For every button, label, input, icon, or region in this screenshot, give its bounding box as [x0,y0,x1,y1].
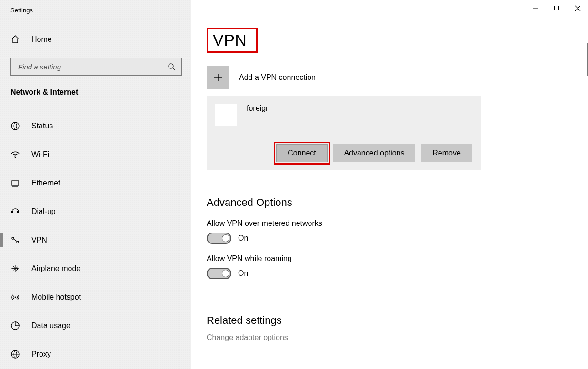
close-button[interactable] [567,0,588,16]
vpn-connection-name: foreign [247,104,270,113]
proxy-icon [10,350,20,359]
nav-item-dialup[interactable]: Dial-up [0,197,191,226]
connect-button[interactable]: Connect [276,144,328,162]
nav-item-proxy[interactable]: Proxy [0,340,191,369]
nav-item-label: Dial-up [31,207,56,216]
maximize-button[interactable] [546,0,567,16]
nav-item-wifi[interactable]: Wi-Fi [0,140,191,169]
search-input[interactable] [17,62,164,71]
sidebar-category: Network & Internet [0,88,191,97]
nav-item-label: Mobile hotspot [31,293,81,301]
nav-item-label: VPN [31,236,47,244]
hotspot-icon [10,292,20,302]
svg-rect-15 [555,6,559,10]
nav-home[interactable]: Home [0,30,191,49]
toggle-roaming-state: On [238,269,248,278]
data-usage-icon [10,321,20,330]
opt-metered-label: Allow VPN over metered networks [207,219,573,228]
svg-point-3 [15,157,16,158]
wifi-icon [10,150,20,159]
toggle-roaming[interactable] [207,268,231,279]
svg-line-1 [173,68,175,70]
minimize-button[interactable] [525,0,546,16]
nav-item-label: Ethernet [31,179,60,187]
sidebar: Settings Home Network & Internet Status … [0,0,191,369]
link-change-adapter[interactable]: Change adapter options [207,333,573,342]
advanced-options-button[interactable]: Advanced options [333,144,415,162]
dialup-icon [10,207,20,216]
nav-item-label: Data usage [31,321,70,330]
vpn-connection-icon [215,104,237,126]
window-title: Settings [0,7,191,14]
nav-item-label: Proxy [31,350,51,359]
nav-item-datausage[interactable]: Data usage [0,311,191,340]
svg-rect-4 [12,181,19,185]
related-settings-heading: Related settings [207,314,573,327]
svg-point-8 [12,237,14,239]
search-input-box[interactable] [10,58,182,76]
nav-item-label: Wi-Fi [31,150,49,159]
nav-item-status[interactable]: Status [0,112,191,140]
vpn-icon [10,235,20,245]
home-icon [10,35,20,44]
svg-rect-7 [17,211,19,213]
plus-icon [213,73,223,82]
opt-roaming-label: Allow VPN while roaming [207,254,573,263]
add-vpn-button[interactable] [207,66,229,89]
svg-point-0 [169,64,173,68]
remove-button[interactable]: Remove [421,144,472,162]
add-vpn-row[interactable]: Add a VPN connection [207,66,573,89]
svg-point-11 [15,297,16,298]
toggle-metered-state: On [238,234,248,243]
page-title: VPN [207,28,258,53]
add-vpn-label: Add a VPN connection [239,73,316,82]
airplane-icon [10,264,20,273]
search-icon [168,63,175,70]
search-container [0,58,191,76]
svg-line-10 [14,239,17,242]
ethernet-icon [10,178,20,188]
window-controls [525,0,588,16]
status-icon [10,121,20,131]
nav-home-label: Home [31,35,52,44]
nav-item-ethernet[interactable]: Ethernet [0,169,191,197]
nav-item-hotspot[interactable]: Mobile hotspot [0,283,191,311]
vpn-connection-entry[interactable]: foreign Connect Advanced options Remove [207,96,481,170]
nav-item-label: Status [31,122,53,130]
nav-list: Status Wi-Fi Ethernet Dial-up VPN [0,112,191,369]
nav-item-label: Airplane mode [31,264,80,273]
nav-item-airplane[interactable]: Airplane mode [0,254,191,283]
svg-point-9 [17,241,19,243]
svg-rect-6 [11,211,13,213]
main-content: VPN Add a VPN connection foreign Connect… [191,0,588,369]
toggle-metered[interactable] [207,233,231,244]
nav-item-vpn[interactable]: VPN [0,226,191,254]
advanced-options-heading: Advanced Options [207,196,573,209]
